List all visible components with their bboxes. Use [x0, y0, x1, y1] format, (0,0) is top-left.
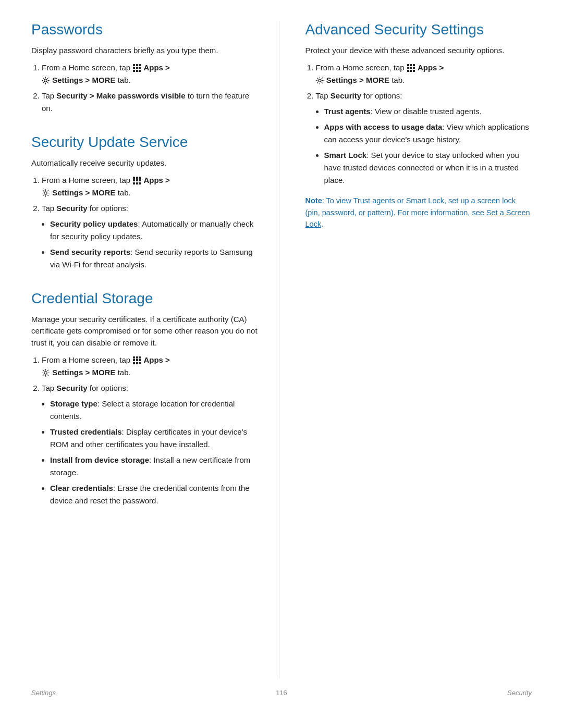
advanced-step-2: Tap Security for options: [316, 90, 532, 102]
passwords-steps: From a Home screen, tap Apps > Se [42, 61, 258, 115]
cs-step2-text: Tap Security for options: [42, 384, 128, 392]
passwords-intro: Display password characters briefly as y… [31, 45, 258, 57]
as-step1-settings: Settings > MORE [326, 76, 389, 84]
content-columns: Passwords Display password characters br… [31, 21, 532, 678]
section-advanced-security: Advanced Security Settings Protect your … [305, 21, 532, 230]
sus-step1-settings: Settings > MORE [52, 188, 115, 197]
credential-storage-intro: Manage your security certificates. If a … [31, 314, 258, 349]
footer-right-label: Security [507, 689, 532, 697]
passwords-step-1: From a Home screen, tap Apps > Se [42, 61, 258, 87]
bullet-trust-agents: Trust agents: View or disable trusted ag… [324, 105, 532, 118]
apps-grid-icon [133, 64, 141, 72]
as-step1-before: From a Home screen, tap [316, 63, 407, 72]
advanced-security-bullets: Trust agents: View or disable trusted ag… [324, 105, 532, 187]
section-credential-storage: Credential Storage Manage your security … [31, 290, 258, 507]
sus-step1-before: From a Home screen, tap [42, 176, 132, 184]
page: Passwords Display password characters br… [0, 0, 563, 728]
as-settings-gear-icon [316, 77, 324, 84]
svg-point-3 [318, 79, 321, 82]
advanced-step-1: From a Home screen, tap Apps > Se [316, 61, 532, 87]
note-label: Note [305, 196, 322, 205]
advanced-security-note: Note: To view Trust agents or Smart Lock… [305, 195, 532, 230]
as-step2-text: Tap Security for options: [316, 91, 402, 100]
cs-step1-after: tab. [118, 368, 131, 377]
security-update-step-2: Tap Security for options: [42, 202, 258, 215]
security-update-heading: Security Update Service [31, 133, 258, 151]
svg-point-2 [44, 372, 47, 374]
bullet-send-reports: Send security reports: Send security rep… [50, 246, 258, 271]
note-text-content: : To view Trust agents or Smart Lock, se… [305, 196, 516, 216]
as-step1-after: tab. [391, 76, 405, 84]
advanced-security-intro: Protect your device with these advanced … [305, 45, 532, 57]
bullet-install-storage: Install from device storage: Install a n… [50, 454, 258, 479]
cs-step1-settings: Settings > MORE [52, 368, 115, 377]
bullet-clear-credentials: Clear credentials: Erase the credential … [50, 482, 258, 507]
advanced-security-heading: Advanced Security Settings [305, 21, 532, 39]
cs-apps-grid-icon [133, 356, 141, 364]
credential-storage-bullets: Storage type: Select a storage location … [50, 398, 258, 507]
passwords-step-2: Tap Security > Make passwords visible to… [42, 90, 258, 115]
cs-step1-apps: Apps > [143, 355, 169, 364]
sus-step1-apps: Apps > [143, 176, 169, 184]
section-security-update: Security Update Service Automatically re… [31, 133, 258, 271]
bullet-trusted-credentials: Trusted credentials: Display certificate… [50, 426, 258, 451]
svg-point-1 [44, 192, 47, 194]
security-update-step-1: From a Home screen, tap Apps > Se [42, 174, 258, 199]
cs-step1-before: From a Home screen, tap [42, 355, 132, 364]
bullet-apps-usage-data: Apps with access to usage data: View whi… [324, 121, 532, 146]
note-period: . [321, 220, 323, 228]
section-passwords: Passwords Display password characters br… [31, 21, 258, 115]
step1-apps-label: Apps > [143, 63, 169, 72]
bullet-smart-lock: Smart Lock: Set your device to stay unlo… [324, 149, 532, 187]
as-step1-apps: Apps > [418, 63, 444, 72]
right-column: Advanced Security Settings Protect your … [279, 21, 532, 678]
page-footer: Settings 116 Security [31, 678, 532, 697]
security-update-intro: Automatically receive security updates. [31, 157, 258, 169]
credential-step-2: Tap Security for options: [42, 382, 258, 394]
step1-settings-label: Settings > MORE [52, 76, 115, 84]
credential-storage-steps: From a Home screen, tap Apps > Se [42, 354, 258, 394]
settings-gear-icon [42, 77, 50, 84]
as-apps-grid-icon [407, 64, 415, 72]
step2-text: Tap Security > Make passwords visible to… [42, 91, 249, 113]
sus-apps-grid-icon [133, 177, 141, 184]
security-update-steps: From a Home screen, tap Apps > Se [42, 174, 258, 215]
bullet-storage-type: Storage type: Select a storage location … [50, 398, 258, 423]
sus-step1-after: tab. [118, 188, 131, 197]
security-update-bullets: Security policy updates: Automatically o… [50, 218, 258, 271]
svg-point-0 [44, 79, 47, 82]
left-column: Passwords Display password characters br… [31, 21, 279, 678]
credential-storage-heading: Credential Storage [31, 290, 258, 307]
bullet-security-policy: Security policy updates: Automatically o… [50, 218, 258, 243]
sus-settings-gear-icon [42, 189, 50, 197]
advanced-security-steps: From a Home screen, tap Apps > Se [316, 61, 532, 102]
passwords-heading: Passwords [31, 21, 258, 39]
footer-page-number: 116 [56, 689, 507, 697]
sus-step2-text: Tap Security for options: [42, 204, 128, 213]
step1-text-after: tab. [118, 76, 131, 84]
footer-left-label: Settings [31, 689, 56, 697]
cs-settings-gear-icon [42, 369, 50, 377]
step1-text-before: From a Home screen, tap [42, 63, 132, 72]
credential-step-1: From a Home screen, tap Apps > Se [42, 354, 258, 379]
